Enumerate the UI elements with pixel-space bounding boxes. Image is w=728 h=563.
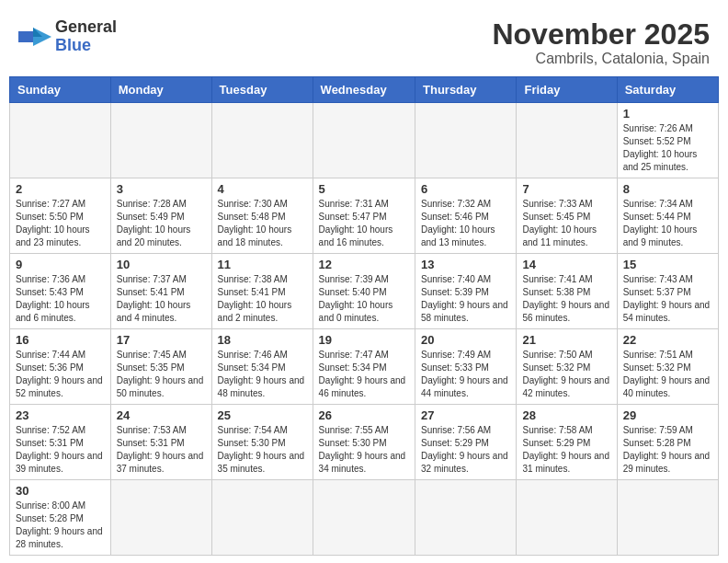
day-number: 4 xyxy=(218,182,307,196)
day-info: Sunrise: 7:33 AMSunset: 5:45 PMDaylight:… xyxy=(522,198,610,249)
logo: General Blue xyxy=(18,18,117,55)
calendar-cell: 28Sunrise: 7:58 AMSunset: 5:29 PMDayligh… xyxy=(517,405,617,480)
day-info: Sunrise: 7:32 AMSunset: 5:46 PMDaylight:… xyxy=(421,198,510,249)
day-info: Sunrise: 7:50 AMSunset: 5:32 PMDaylight:… xyxy=(522,349,610,400)
day-info: Sunrise: 7:34 AMSunset: 5:44 PMDaylight:… xyxy=(623,198,712,249)
day-info: Sunrise: 7:55 AMSunset: 5:30 PMDaylight:… xyxy=(319,424,409,476)
day-number: 17 xyxy=(117,333,206,347)
calendar-cell: 25Sunrise: 7:54 AMSunset: 5:30 PMDayligh… xyxy=(211,405,313,480)
calendar-cell xyxy=(517,103,617,178)
day-info: Sunrise: 8:00 AMSunset: 5:28 PMDaylight:… xyxy=(16,500,105,551)
calendar-cell: 19Sunrise: 7:47 AMSunset: 5:34 PMDayligh… xyxy=(313,329,415,405)
calendar-cell: 15Sunrise: 7:43 AMSunset: 5:37 PMDayligh… xyxy=(617,254,718,329)
day-number: 1 xyxy=(623,107,712,121)
day-info: Sunrise: 7:37 AMSunset: 5:41 PMDaylight:… xyxy=(117,273,206,325)
calendar-cell: 8Sunrise: 7:34 AMSunset: 5:44 PMDaylight… xyxy=(617,178,718,254)
day-number: 12 xyxy=(319,258,409,271)
day-info: Sunrise: 7:54 AMSunset: 5:30 PMDaylight:… xyxy=(218,424,307,476)
calendar-cell xyxy=(10,103,111,178)
day-number: 26 xyxy=(319,408,409,422)
calendar-cell xyxy=(617,480,718,556)
logo-text: General Blue xyxy=(55,18,117,55)
day-info: Sunrise: 7:36 AMSunset: 5:43 PMDaylight:… xyxy=(16,273,105,325)
calendar-cell xyxy=(415,103,517,178)
day-number: 24 xyxy=(117,408,206,422)
calendar-cell: 9Sunrise: 7:36 AMSunset: 5:43 PMDaylight… xyxy=(10,254,111,329)
week-row-5: 30Sunrise: 8:00 AMSunset: 5:28 PMDayligh… xyxy=(10,480,719,556)
weekday-header-row: SundayMondayTuesdayWednesdayThursdayFrid… xyxy=(10,77,719,103)
week-row-2: 9Sunrise: 7:36 AMSunset: 5:43 PMDaylight… xyxy=(10,254,719,329)
day-info: Sunrise: 7:46 AMSunset: 5:34 PMDaylight:… xyxy=(218,349,307,400)
day-info: Sunrise: 7:41 AMSunset: 5:38 PMDaylight:… xyxy=(522,273,610,325)
calendar-cell xyxy=(313,480,415,556)
svg-rect-0 xyxy=(18,31,33,42)
calendar-cell xyxy=(517,480,617,556)
calendar-cell: 4Sunrise: 7:30 AMSunset: 5:48 PMDaylight… xyxy=(211,178,313,254)
calendar-cell: 3Sunrise: 7:28 AMSunset: 5:49 PMDaylight… xyxy=(110,178,211,254)
day-info: Sunrise: 7:26 AMSunset: 5:52 PMDaylight:… xyxy=(623,122,712,174)
logo-general: General xyxy=(55,17,117,36)
day-info: Sunrise: 7:39 AMSunset: 5:40 PMDaylight:… xyxy=(319,273,409,325)
weekday-header-sunday: Sunday xyxy=(10,77,111,103)
calendar-cell xyxy=(313,103,415,178)
day-number: 23 xyxy=(16,408,105,422)
week-row-0: 1Sunrise: 7:26 AMSunset: 5:52 PMDaylight… xyxy=(10,103,719,178)
calendar-cell: 2Sunrise: 7:27 AMSunset: 5:50 PMDaylight… xyxy=(10,178,111,254)
day-info: Sunrise: 7:43 AMSunset: 5:37 PMDaylight:… xyxy=(623,273,712,325)
day-number: 11 xyxy=(218,258,307,271)
day-info: Sunrise: 7:40 AMSunset: 5:39 PMDaylight:… xyxy=(421,273,510,325)
day-info: Sunrise: 7:56 AMSunset: 5:29 PMDaylight:… xyxy=(421,424,510,476)
calendar-cell: 10Sunrise: 7:37 AMSunset: 5:41 PMDayligh… xyxy=(110,254,211,329)
day-info: Sunrise: 7:27 AMSunset: 5:50 PMDaylight:… xyxy=(16,198,105,249)
day-info: Sunrise: 7:28 AMSunset: 5:49 PMDaylight:… xyxy=(117,198,206,249)
calendar-cell: 6Sunrise: 7:32 AMSunset: 5:46 PMDaylight… xyxy=(415,178,517,254)
day-number: 22 xyxy=(623,333,712,347)
day-info: Sunrise: 7:44 AMSunset: 5:36 PMDaylight:… xyxy=(16,349,105,400)
day-info: Sunrise: 7:51 AMSunset: 5:32 PMDaylight:… xyxy=(623,349,712,400)
day-info: Sunrise: 7:59 AMSunset: 5:28 PMDaylight:… xyxy=(623,424,712,476)
calendar-cell: 11Sunrise: 7:38 AMSunset: 5:41 PMDayligh… xyxy=(211,254,313,329)
calendar-cell: 26Sunrise: 7:55 AMSunset: 5:30 PMDayligh… xyxy=(313,405,415,480)
calendar-cell: 1Sunrise: 7:26 AMSunset: 5:52 PMDaylight… xyxy=(617,103,718,178)
day-number: 27 xyxy=(421,408,510,422)
calendar-cell xyxy=(211,480,313,556)
calendar-cell: 30Sunrise: 8:00 AMSunset: 5:28 PMDayligh… xyxy=(10,480,111,556)
calendar-cell: 7Sunrise: 7:33 AMSunset: 5:45 PMDaylight… xyxy=(517,178,617,254)
day-number: 2 xyxy=(16,182,105,196)
calendar-cell xyxy=(110,480,211,556)
day-number: 7 xyxy=(522,182,610,196)
calendar-cell: 14Sunrise: 7:41 AMSunset: 5:38 PMDayligh… xyxy=(517,254,617,329)
calendar-cell: 5Sunrise: 7:31 AMSunset: 5:47 PMDaylight… xyxy=(313,178,415,254)
calendar-cell: 20Sunrise: 7:49 AMSunset: 5:33 PMDayligh… xyxy=(415,329,517,405)
week-row-1: 2Sunrise: 7:27 AMSunset: 5:50 PMDaylight… xyxy=(10,178,719,254)
title-area: November 2025 Cambrils, Catalonia, Spain xyxy=(492,18,710,67)
month-title: November 2025 xyxy=(492,18,710,51)
day-number: 21 xyxy=(522,333,610,347)
calendar-cell: 24Sunrise: 7:53 AMSunset: 5:31 PMDayligh… xyxy=(110,405,211,480)
day-info: Sunrise: 7:58 AMSunset: 5:29 PMDaylight:… xyxy=(522,424,610,476)
weekday-header-saturday: Saturday xyxy=(617,77,718,103)
day-number: 10 xyxy=(117,258,206,271)
calendar-cell: 22Sunrise: 7:51 AMSunset: 5:32 PMDayligh… xyxy=(617,329,718,405)
day-info: Sunrise: 7:30 AMSunset: 5:48 PMDaylight:… xyxy=(218,198,307,249)
day-number: 13 xyxy=(421,258,510,271)
weekday-header-thursday: Thursday xyxy=(415,77,517,103)
day-number: 18 xyxy=(218,333,307,347)
day-number: 8 xyxy=(623,182,712,196)
calendar: SundayMondayTuesdayWednesdayThursdayFrid… xyxy=(9,76,719,556)
calendar-cell xyxy=(110,103,211,178)
day-info: Sunrise: 7:45 AMSunset: 5:35 PMDaylight:… xyxy=(117,349,206,400)
calendar-cell: 23Sunrise: 7:52 AMSunset: 5:31 PMDayligh… xyxy=(10,405,111,480)
location-title: Cambrils, Catalonia, Spain xyxy=(492,51,710,67)
calendar-cell: 18Sunrise: 7:46 AMSunset: 5:34 PMDayligh… xyxy=(211,329,313,405)
calendar-cell xyxy=(415,480,517,556)
day-info: Sunrise: 7:49 AMSunset: 5:33 PMDaylight:… xyxy=(421,349,510,400)
calendar-cell xyxy=(211,103,313,178)
day-info: Sunrise: 7:52 AMSunset: 5:31 PMDaylight:… xyxy=(16,424,105,476)
header: General Blue November 2025 Cambrils, Cat… xyxy=(9,9,719,72)
logo-icon xyxy=(18,24,51,50)
day-number: 9 xyxy=(16,258,105,271)
calendar-cell: 29Sunrise: 7:59 AMSunset: 5:28 PMDayligh… xyxy=(617,405,718,480)
day-number: 5 xyxy=(319,182,409,196)
day-number: 6 xyxy=(421,182,510,196)
